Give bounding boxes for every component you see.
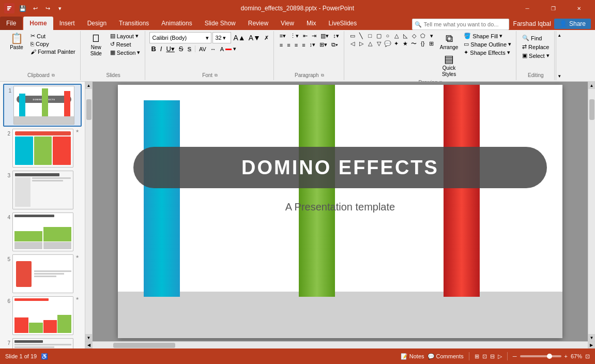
text-align-button[interactable]: ⊞▾ xyxy=(318,41,329,49)
redo-button[interactable]: ↪ xyxy=(42,3,53,13)
vscroll-right-down-btn[interactable]: ▼ xyxy=(588,334,595,341)
clear-format-button[interactable]: ✗ xyxy=(263,34,270,42)
tab-design[interactable]: Design xyxy=(81,17,113,30)
close-button[interactable]: ✕ xyxy=(567,0,591,17)
new-slide-button[interactable]: 🗌 NewSlide xyxy=(85,32,108,58)
shape-wave[interactable]: 〜 xyxy=(410,40,418,47)
user-name[interactable]: Farshad Iqbal xyxy=(513,20,551,27)
normal-view-button[interactable]: ⊞ xyxy=(475,353,479,360)
tab-home[interactable]: Home xyxy=(23,17,53,30)
increase-font-button[interactable]: A▲ xyxy=(232,34,246,42)
shape-line[interactable]: ╲ xyxy=(357,32,365,39)
search-input[interactable] xyxy=(424,21,507,27)
italic-button[interactable]: I xyxy=(159,44,164,53)
cut-button[interactable]: ✂ Cut xyxy=(29,32,77,40)
comments-button[interactable]: 💬 Comments xyxy=(428,353,464,360)
ribbon-scroll-up[interactable]: ▲ xyxy=(556,31,563,39)
spacing-button[interactable]: AV xyxy=(197,46,208,53)
smartart-button[interactable]: ⧉▾ xyxy=(330,41,340,49)
slide-canvas[interactable]: DOMINO EFFECTS A Presentation template xyxy=(118,85,562,338)
shape-round-rect[interactable]: ▢ xyxy=(375,32,383,39)
text-direction-button[interactable]: ↕▾ xyxy=(308,41,317,49)
tab-slideshow[interactable]: Slide Show xyxy=(199,17,242,30)
bullets-button[interactable]: ≡▾ xyxy=(278,32,287,40)
vscroll-down-btn[interactable]: ▼ xyxy=(85,334,92,341)
title-banner[interactable]: DOMINO EFFECTS xyxy=(133,147,547,188)
columns-button[interactable]: ▥▾ xyxy=(319,32,330,40)
slide-sorter-button[interactable]: ⊡ xyxy=(482,353,487,360)
paste-button[interactable]: 📋 Paste xyxy=(5,32,28,52)
vscroll-up-btn[interactable]: ▲ xyxy=(85,82,92,89)
shape-diamond[interactable]: ◇ xyxy=(410,32,418,39)
shape-arrow-r[interactable]: ▷ xyxy=(357,40,365,47)
shape-outline-button[interactable]: ▭ Shape Outline ▾ xyxy=(462,40,513,48)
decrease-indent-button[interactable]: ⇤ xyxy=(301,32,309,40)
shape-brace[interactable]: {} xyxy=(419,40,427,47)
tab-animations[interactable]: Animations xyxy=(155,17,198,30)
select-button[interactable]: ▣ Select ▾ xyxy=(521,52,551,59)
ribbon-scroll-down[interactable]: ▼ xyxy=(556,72,563,80)
share-button[interactable]: 👤 Share xyxy=(554,19,591,29)
notes-button[interactable]: 📝 Notes xyxy=(401,353,424,360)
shape-effects-button[interactable]: ✦ Shape Effects ▾ xyxy=(462,49,513,56)
shape-fill-button[interactable]: 🪣 Shape Fill ▾ xyxy=(462,32,513,40)
slide-thumb-2[interactable]: 2 ★ xyxy=(3,128,82,169)
strikethrough-button[interactable]: S xyxy=(177,44,185,53)
vscroll-right-up-btn[interactable]: ▲ xyxy=(588,82,595,89)
slide-thumb-5[interactable]: 5 ★ xyxy=(3,253,82,294)
shape-rect[interactable]: ▭ xyxy=(348,32,357,39)
hscroll-left-btn[interactable]: ◀ xyxy=(85,342,93,348)
shape-triangle[interactable]: △ xyxy=(392,32,401,39)
zoom-out-button[interactable]: ─ xyxy=(513,353,517,359)
line-spacing-button[interactable]: ↕▾ xyxy=(331,32,341,40)
justify-button[interactable]: ≡ xyxy=(300,41,307,49)
shape-arrow-u[interactable]: △ xyxy=(366,40,374,47)
tab-view[interactable]: View xyxy=(274,17,300,30)
slide-show-button[interactable]: ▷ xyxy=(498,353,502,360)
char-spacing-button[interactable]: ↔ xyxy=(209,46,218,53)
numbering-button[interactable]: ⋮▾ xyxy=(288,32,300,40)
paragraph-expand-icon[interactable]: ⧉ xyxy=(321,73,324,78)
layout-button[interactable]: ▤ Layout ▾ xyxy=(109,32,142,40)
tab-transitions[interactable]: Transitions xyxy=(113,17,155,30)
shape-star5[interactable]: ★ xyxy=(401,40,409,47)
tab-file[interactable]: File xyxy=(0,17,22,30)
clipboard-expand-icon[interactable]: ⧉ xyxy=(52,73,55,78)
zoom-level-display[interactable]: 67% xyxy=(571,353,582,359)
save-button[interactable]: 💾 xyxy=(18,3,28,13)
slide-thumb-1[interactable]: 1 DOMINO EFFECTS xyxy=(3,84,82,127)
shape-arrow-d[interactable]: ▽ xyxy=(375,40,383,47)
zoom-slider[interactable] xyxy=(520,355,561,357)
font-expand-icon[interactable]: ⧉ xyxy=(215,73,218,78)
format-painter-button[interactable]: 🖌 Format Painter xyxy=(29,48,77,55)
shape-callout[interactable]: 💬 xyxy=(384,40,392,47)
arrange-button[interactable]: ⧉ Arrange xyxy=(438,32,461,52)
shape-pentagon[interactable]: ⬠ xyxy=(419,32,427,39)
notes-accessibility-button[interactable]: ♿ xyxy=(41,353,48,360)
shape-arrow-l[interactable]: ◁ xyxy=(348,40,357,47)
font-name-selector[interactable]: Calibri (Body) ▾ xyxy=(149,32,211,43)
find-button[interactable]: 🔍 Find xyxy=(521,34,543,42)
align-left-button[interactable]: ≡ xyxy=(278,41,284,49)
quick-styles-button[interactable]: ▤ QuickStyles xyxy=(438,53,461,79)
undo-button[interactable]: ↩ xyxy=(30,3,40,13)
reading-view-button[interactable]: ⊟ xyxy=(490,353,495,360)
minimize-button[interactable]: ─ xyxy=(515,0,539,17)
restore-button[interactable]: ❐ xyxy=(541,0,565,17)
copy-button[interactable]: ⎘ Copy xyxy=(29,40,77,48)
fit-slide-button[interactable]: ⊡ xyxy=(585,353,590,360)
replace-button[interactable]: ⇄ Replace xyxy=(521,43,551,51)
tab-mix[interactable]: Mix xyxy=(300,17,323,30)
tab-review[interactable]: Review xyxy=(242,17,274,30)
section-button[interactable]: ▦ Section ▾ xyxy=(109,49,142,56)
underline-button[interactable]: U▾ xyxy=(164,44,176,53)
shapes-more[interactable]: ▾ xyxy=(428,32,436,39)
shape-rect2[interactable]: □ xyxy=(366,32,374,39)
shape-star4[interactable]: ✦ xyxy=(392,40,401,47)
reset-button[interactable]: ↺ Reset xyxy=(109,40,142,48)
zoom-in-button[interactable]: + xyxy=(565,353,568,359)
slide-thumb-3[interactable]: 3 xyxy=(3,170,82,210)
increase-indent-button[interactable]: ⇥ xyxy=(310,32,318,40)
shape-oval[interactable]: ○ xyxy=(384,32,392,39)
slide-thumb-7[interactable]: 7 xyxy=(3,337,82,348)
